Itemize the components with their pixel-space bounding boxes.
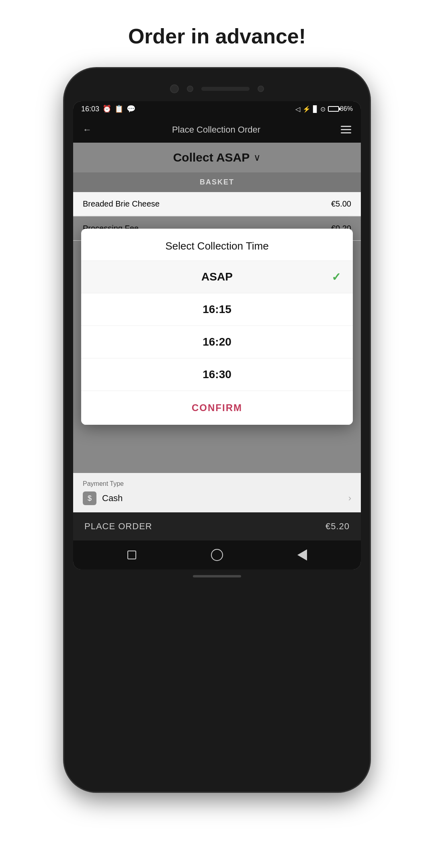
nav-triangle-icon xyxy=(297,549,307,561)
phone-notch xyxy=(73,80,361,98)
order-total: €5.20 xyxy=(326,521,350,532)
collect-label: Collect ASAP xyxy=(173,151,250,164)
sensor xyxy=(258,86,264,92)
camera-center xyxy=(187,86,193,92)
status-bar: 16:03 ⏰ 📋 💬 ◁ ⚡ ▊ ⊙ 86% xyxy=(73,101,361,117)
place-order-label: PLACE ORDER xyxy=(84,521,152,532)
bottom-nav xyxy=(73,540,361,569)
time-option-1620-label: 16:20 xyxy=(203,336,231,348)
location-icon: ◁ xyxy=(295,105,300,113)
payment-row[interactable]: $ Cash › xyxy=(83,491,351,505)
cash-symbol: $ xyxy=(88,494,92,503)
basket-header: BASKET xyxy=(73,172,361,192)
alarm-icon: ⏰ xyxy=(102,104,111,113)
payment-type-label: Payment Type xyxy=(83,480,351,487)
chevron-right-icon: › xyxy=(348,493,351,504)
camera-left xyxy=(170,84,179,93)
basket-item-brie: Breaded Brie Cheese €5.00 xyxy=(73,192,361,216)
collect-bar[interactable]: Collect ASAP ∨ xyxy=(73,143,361,172)
time-option-asap-label: ASAP xyxy=(201,270,233,283)
back-button[interactable]: ← xyxy=(83,125,92,135)
time-option-1630[interactable]: 16:30 xyxy=(81,358,353,391)
status-right: ◁ ⚡ ▊ ⊙ 86% xyxy=(295,105,353,113)
modal-overlay: Select Collection Time ASAP ✓ 16:15 16:2… xyxy=(73,229,361,425)
app-header: ← Place Collection Order xyxy=(73,117,361,143)
item-price-brie: €5.00 xyxy=(331,199,351,209)
check-icon: ✓ xyxy=(332,270,341,284)
sim-icon: 📋 xyxy=(115,104,123,113)
payment-section: Payment Type $ Cash › xyxy=(73,473,361,512)
battery-icon xyxy=(328,106,339,112)
payment-method: Cash xyxy=(102,493,123,504)
nav-square-button[interactable] xyxy=(125,548,139,562)
phone-bottom xyxy=(73,575,361,577)
battery-bar: 86% xyxy=(328,105,353,113)
signal-icon: ▊ xyxy=(313,105,318,113)
nav-back-button[interactable] xyxy=(295,548,309,562)
page-title: Order in advance! xyxy=(128,24,306,48)
phone-shell: 16:03 ⏰ 📋 💬 ◁ ⚡ ▊ ⊙ 86% ← Plac xyxy=(64,68,370,792)
status-time: 16:03 xyxy=(81,105,99,113)
cash-icon: $ xyxy=(83,491,96,505)
menu-button[interactable] xyxy=(341,124,351,135)
wifi-icon: ⊙ xyxy=(320,105,326,113)
below-modal xyxy=(73,425,361,473)
time-option-1615[interactable]: 16:15 xyxy=(81,293,353,326)
place-order-bar[interactable]: PLACE ORDER €5.20 xyxy=(73,512,361,540)
time-option-1630-label: 16:30 xyxy=(203,368,231,381)
item-name-brie: Breaded Brie Cheese xyxy=(83,199,160,209)
whatsapp-icon: 💬 xyxy=(127,104,135,113)
home-indicator xyxy=(193,575,241,577)
time-option-asap[interactable]: ASAP ✓ xyxy=(81,261,353,293)
confirm-button[interactable]: CONFIRM xyxy=(81,391,353,425)
dialog-title: Select Collection Time xyxy=(81,229,353,261)
phone-screen: 16:03 ⏰ 📋 💬 ◁ ⚡ ▊ ⊙ 86% ← Plac xyxy=(73,101,361,569)
time-option-1615-label: 16:15 xyxy=(203,303,231,316)
battery-percent: 86% xyxy=(340,105,353,113)
collection-time-dialog: Select Collection Time ASAP ✓ 16:15 16:2… xyxy=(81,229,353,425)
time-option-1620[interactable]: 16:20 xyxy=(81,326,353,358)
payment-left: $ Cash xyxy=(83,491,123,505)
header-title: Place Collection Order xyxy=(172,125,260,135)
status-left: 16:03 ⏰ 📋 💬 xyxy=(81,104,135,113)
nav-square-icon xyxy=(127,551,136,559)
chevron-down-icon: ∨ xyxy=(254,152,261,163)
speaker xyxy=(201,87,250,91)
bluetooth-icon: ⚡ xyxy=(303,105,311,113)
nav-home-button[interactable] xyxy=(210,548,224,562)
nav-circle-icon xyxy=(211,549,223,561)
